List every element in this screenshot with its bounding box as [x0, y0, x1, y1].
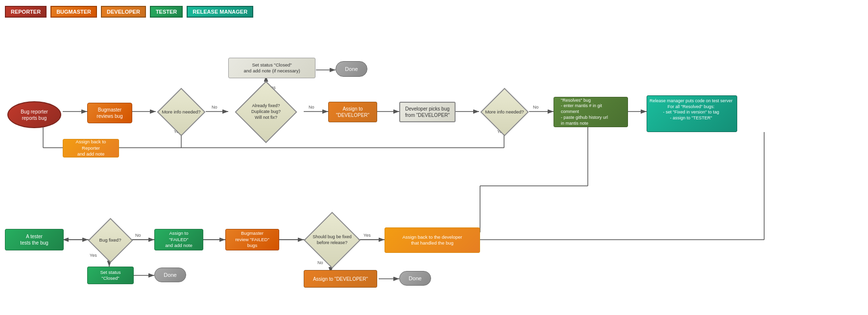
- node-already-fixed: Already fixed?Duplicate bug?Will not fix…: [228, 94, 304, 130]
- node-assign-back-dev: Assign back to the developer that handle…: [385, 227, 480, 253]
- node-developer-picks: Developer picks bug from "DEVELOPER": [399, 102, 456, 122]
- diagram-container: REPORTER BUGMASTER DEVELOPER TESTER RELE…: [0, 0, 868, 315]
- node-should-fix: Should bug be fixedbefore release?: [303, 223, 362, 258]
- node-assign-developer-bottom: Assign to "DEVELOPER": [304, 270, 377, 288]
- node-bug-reporter: Bug reporter reports bug: [7, 101, 61, 128]
- node-resolves-bug: "Resolves" bug - enter mantis # in git c…: [554, 97, 628, 127]
- legend-bugmaster: BUGMASTER: [50, 6, 97, 18]
- node-done-bottom-left: Done: [154, 268, 186, 282]
- node-set-closed-top: Set status "Closed" and add note (if nec…: [228, 58, 315, 78]
- svg-text:No: No: [309, 105, 314, 110]
- legend: REPORTER BUGMASTER DEVELOPER TESTER RELE…: [5, 6, 253, 18]
- node-assign-failed: Assign to "FAILED" and add note: [154, 229, 203, 250]
- svg-text:No: No: [533, 105, 539, 110]
- node-release-manager: Release manager puts code on test server…: [647, 95, 737, 132]
- legend-release: RELEASE MANAGER: [187, 6, 253, 18]
- legend-tester: TESTER: [150, 6, 183, 18]
- node-assign-reporter: Assign back to Reporter and add note: [63, 139, 119, 158]
- svg-text:Yes: Yes: [363, 233, 371, 238]
- svg-text:No: No: [135, 233, 141, 238]
- node-done-top: Done: [336, 61, 367, 77]
- node-more-info-2: More info needed?: [479, 98, 530, 126]
- node-bugmaster-reviews: Bugmaster reviews bug: [87, 103, 132, 123]
- node-bugmaster-failed: Bugmaster review "FAILED" bugs: [225, 229, 279, 250]
- node-assign-developer: Assign to "DEVELOPER": [328, 102, 377, 122]
- legend-developer: DEVELOPER: [101, 6, 146, 18]
- svg-text:No: No: [317, 260, 323, 265]
- node-tester-tests: A tester tests the bug: [5, 229, 64, 250]
- node-done-bottom-right: Done: [399, 271, 431, 286]
- node-bug-fixed: Bug fixed?: [87, 226, 133, 254]
- node-set-closed-bottom: Set status "Closed": [87, 267, 134, 284]
- node-more-info-1: More info needed?: [156, 98, 207, 126]
- legend-reporter: REPORTER: [5, 6, 47, 18]
- svg-text:No: No: [212, 105, 217, 110]
